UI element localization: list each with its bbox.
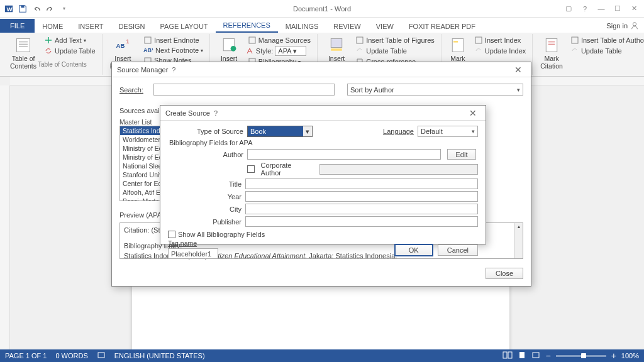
sm-close-icon[interactable]: ✕ [511,65,526,75]
cs-edit-button[interactable]: Edit [447,149,476,160]
cs-tag-input[interactable] [168,248,218,259]
cs-ok-button[interactable]: OK [395,244,433,256]
cs-title: Create Source [165,109,210,117]
cs-type-dropdown[interactable]: Book [247,126,313,137]
cs-titlebar: Create Source ? ✕ [160,106,486,121]
spellcheck-icon[interactable] [97,351,106,361]
style-select[interactable]: APA ▾ [275,46,306,56]
cs-city-input[interactable] [245,204,478,214]
update-table-button[interactable]: Update Table [42,46,98,56]
cs-help-icon[interactable]: ? [210,109,221,117]
cs-author-input[interactable] [247,149,441,160]
toa-icon [570,36,579,45]
sm-help-icon[interactable]: ? [168,66,179,74]
insert-index-button[interactable]: Insert Index [472,35,528,45]
refresh-icon [474,47,483,55]
redo-icon[interactable] [44,3,57,15]
sm-preview-scrollbar[interactable]: ▴ [514,223,523,258]
mark-citation-label: Mark Citation [540,55,563,70]
update-tof-button[interactable]: Update Table [353,46,437,56]
mark-citation-button[interactable]: Mark Citation [536,35,567,74]
tab-insert[interactable]: INSERT [70,20,111,33]
cs-title-label: Title [168,180,242,188]
cs-close-icon[interactable]: ✕ [465,108,480,118]
svg-rect-27 [519,352,525,358]
zoom-out-icon[interactable]: − [545,351,550,361]
svg-rect-23 [572,37,578,43]
tab-view[interactable]: VIEW [369,20,401,33]
svg-text:W: W [7,5,13,12]
cs-title-input[interactable] [245,178,478,189]
svg-rect-18 [357,37,363,43]
zoom-in-icon[interactable]: + [611,351,616,361]
language-indicator[interactable]: ENGLISH (UNITED STATES) [114,352,205,359]
group-toa: Mark Citation Insert Table of Authoritie… [533,34,644,75]
save-icon[interactable] [16,3,29,15]
toc-pane-label: Table of Contents [19,61,87,68]
tab-page-layout[interactable]: PAGE LAYOUT [153,20,216,33]
tab-design[interactable]: DESIGN [111,20,152,33]
create-source-dialog: Create Source ? ✕ Type of Source Book La… [160,105,486,244]
tab-home[interactable]: HOME [35,20,70,33]
manage-sources-button[interactable]: Manage Sources [245,35,313,45]
svg-point-13 [231,46,236,52]
tab-file[interactable]: FILE [0,19,35,33]
qat-dropdown-icon[interactable]: ▾ [58,3,70,15]
cs-cancel-button[interactable]: Cancel [438,244,478,256]
add-text-button[interactable]: Add Text▾ [42,35,98,45]
web-layout-icon[interactable] [531,351,540,361]
sign-in-label: Sign in [606,22,628,30]
cs-year-input[interactable] [245,191,478,202]
tof-icon [355,36,364,45]
tab-review[interactable]: REVIEW [326,20,368,33]
update-toa-button[interactable]: Update Table [568,46,644,56]
update-index-button[interactable]: Update Index [472,46,528,56]
title-bar: W ▾ Document1 - Word ▢ ? — ☐ ✕ [0,0,644,18]
print-layout-icon[interactable] [518,351,526,361]
tab-references[interactable]: REFERENCES [216,19,278,33]
minimize-icon[interactable]: — [594,3,609,15]
svg-rect-22 [546,39,557,52]
sm-title: Source Manager [117,66,168,74]
sm-close-button[interactable]: Close [486,268,523,279]
tab-foxit[interactable]: FOXIT READER PDF [401,20,483,33]
cs-lang-dropdown[interactable]: Default [418,126,478,137]
insert-toa-button[interactable]: Insert Table of Authorities [568,35,644,45]
sign-in-link[interactable]: Sign in [601,19,644,33]
document-title: Document1 - Word [293,5,351,13]
close-icon[interactable]: ✕ [626,3,641,15]
undo-icon[interactable] [30,3,43,15]
citation-style-row: Style:APA ▾ [245,46,313,56]
sm-search-input[interactable] [153,84,335,96]
cs-section-label: Bibliography Fields for APA [169,139,478,146]
insert-table-figures-button[interactable]: Insert Table of Figures [353,35,437,45]
maximize-icon[interactable]: ☐ [610,3,625,15]
word-icon: W [3,3,15,15]
zoom-slider[interactable] [556,355,606,357]
cs-year-label: Year [168,193,242,200]
cs-lang-label: Language [383,128,414,135]
zoom-level[interactable]: 100% [621,352,639,359]
next-footnote-button[interactable]: AB¹Next Footnote▾ [141,46,206,55]
refresh-icon [355,47,364,55]
tab-mailings[interactable]: MAILINGS [278,20,326,33]
read-mode-icon[interactable] [502,351,513,361]
cs-showall-label: Show All Bibliography Fields [178,231,265,238]
cs-author-label: Author [168,151,243,158]
cs-corp-checkbox[interactable] [247,165,255,173]
cs-publisher-input[interactable] [245,216,478,227]
ribbon-options-icon[interactable]: ▢ [561,3,576,15]
sm-sort-dropdown[interactable]: Sort by Author [347,84,523,96]
svg-text:AB: AB [116,42,125,49]
ruler-vertical[interactable] [0,85,10,349]
word-count[interactable]: 0 WORDS [55,352,87,359]
manage-icon [248,36,257,45]
svg-rect-2 [21,5,24,8]
cs-showall-checkbox[interactable] [168,231,175,238]
page-indicator[interactable]: PAGE 1 OF 1 [5,352,47,359]
svg-rect-16 [331,39,342,48]
insert-endnote-button[interactable]: Insert Endnote [141,35,206,45]
cs-corp-input[interactable] [319,164,478,175]
cs-type-label: Type of Source [197,128,243,135]
help-icon[interactable]: ? [577,3,592,15]
